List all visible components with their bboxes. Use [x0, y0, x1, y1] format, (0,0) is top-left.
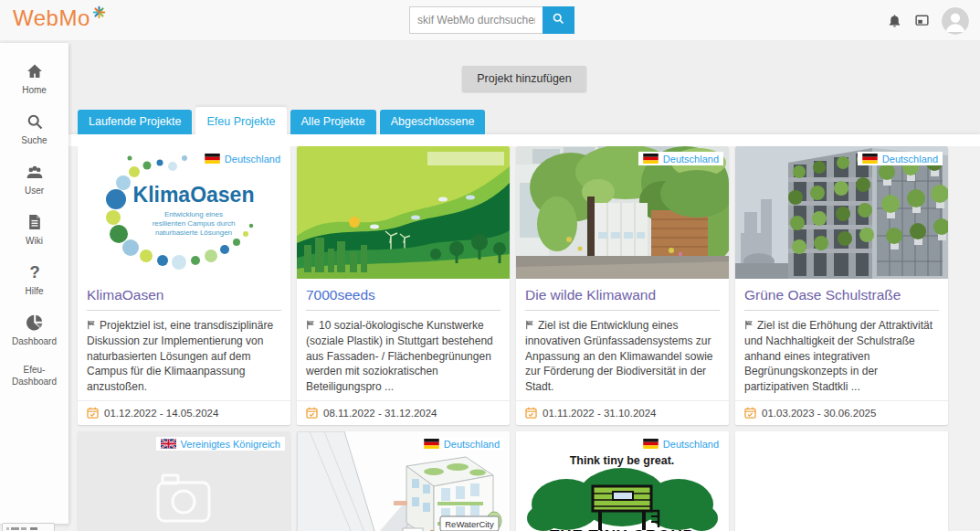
goal-flag-icon: [87, 319, 100, 332]
calendar-icon: [306, 407, 318, 419]
sidebar-nav: Home Suche User Wiki ? Hilfe Dashboard E…: [0, 43, 68, 524]
app-logo[interactable]: WebMo: [13, 6, 107, 30]
svg-text:Think tiny be great.: Think tiny be great.: [570, 454, 675, 467]
sidebar-item-icon: [26, 112, 44, 131]
country-label: Deutschland: [638, 152, 723, 165]
sidebar-item-label: Suche: [21, 134, 47, 146]
project-dates: 01.12.2022 - 14.05.2024: [78, 400, 290, 425]
country-label: Vereinigtes Königreich: [156, 437, 285, 451]
project-description-text: 10 sozial-ökologische Kunstwerke (sozial…: [306, 319, 493, 393]
notifications-bell-icon[interactable]: [887, 13, 902, 28]
project-card-grüne-oase-schulstraße[interactable]: Deutschland Grüne Oase Schulstraße Ziel …: [735, 146, 948, 425]
project-dates-text: 01.11.2022 - 31.10.2024: [543, 408, 656, 419]
main-content: Projekt hinzufügen Laufende ProjekteEfeu…: [68, 41, 980, 531]
display-icon[interactable]: [914, 13, 930, 28]
tab-laufende-projekte[interactable]: Laufende Projekte: [78, 110, 192, 134]
sidebar-item-icon: [26, 313, 44, 332]
sidebar-item-hilfe[interactable]: ? Hilfe: [0, 255, 68, 305]
country-flag-icon: [643, 439, 659, 449]
goal-flag-icon: [525, 319, 538, 332]
project-description-text: Ziel ist die Entwicklung eines innovativ…: [525, 319, 712, 393]
country-flag-icon: [424, 439, 439, 449]
sidebar-item-icon: [26, 213, 44, 231]
country-name: Deutschland: [663, 439, 719, 450]
project-description-text: Ziel ist die Erhöhung der Attraktivität …: [744, 319, 933, 393]
logo-asterisk-icon: [90, 6, 107, 24]
calendar-icon: [87, 407, 99, 419]
sidebar-item-wiki[interactable]: Wiki: [0, 205, 68, 255]
sidebar-item-home[interactable]: Home: [0, 54, 68, 104]
sidebar-item-label: User: [25, 185, 44, 196]
country-label: Deutschland: [200, 152, 285, 165]
sidebar-item-efeu-dashboard[interactable]: Efeu-Dashboard: [0, 356, 68, 396]
country-name: Deutschland: [663, 154, 719, 165]
calendar-icon: [525, 407, 537, 419]
project-dates-text: 01.12.2022 - 14.05.2024: [104, 408, 218, 419]
sidebar-item-icon: [26, 62, 44, 80]
project-image: [516, 146, 729, 279]
project-title-link[interactable]: 7000seeds: [306, 279, 501, 311]
tab-efeu-projekte[interactable]: Efeu Projekte: [195, 107, 286, 134]
country-flag-icon: [643, 154, 659, 164]
project-card[interactable]: Vereinigtes Königreich: [78, 431, 290, 531]
country-flag-icon: [862, 154, 878, 164]
country-flag-icon: [205, 154, 220, 164]
country-label: Deutschland: [638, 437, 723, 451]
project-title-link[interactable]: Grüne Oase Schulstraße: [744, 279, 939, 311]
search-input[interactable]: [409, 6, 543, 34]
country-name: Deutschland: [882, 154, 938, 165]
project-card-body: KlimaOasen Projektziel ist, eine transdi…: [78, 279, 290, 425]
project-title-link[interactable]: KlimaOasen: [87, 279, 281, 311]
project-dates-text: 01.03.2023 - 30.06.2025: [762, 408, 876, 419]
project-description: Ziel ist die Erhöhung der Attraktivität …: [735, 311, 948, 400]
country-label: Deutschland: [419, 437, 504, 451]
sidebar-item-label: Dashboard: [12, 335, 57, 347]
app-logo-text: WebMo: [13, 6, 90, 30]
project-dates: 01.11.2022 - 31.10.2024: [516, 400, 729, 425]
country-flag-icon: [161, 439, 176, 449]
app-header: WebMo: [0, 0, 980, 41]
project-cards-grid: KlimaOasen Entwicklung eines resilienten…: [68, 146, 980, 531]
project-card-7000seeds[interactable]: 7000seeds 10 sozial-ökologische Kunstwer…: [297, 146, 510, 425]
project-title-link[interactable]: Die wilde Klimawand: [525, 279, 720, 311]
svg-text:KlimaOasen: KlimaOasen: [133, 183, 255, 207]
project-image: [297, 146, 510, 279]
project-dates-text: 08.11.2022 - 31.12.2024: [323, 408, 437, 419]
country-label: Deutschland: [858, 152, 943, 165]
goal-flag-icon: [744, 319, 757, 332]
sidebar-item-suche[interactable]: Suche: [0, 104, 68, 154]
project-card-die-wilde-klimawand[interactable]: Deutschland Die wilde Klimawand Ziel ist…: [516, 146, 729, 425]
project-dates: 08.11.2022 - 31.12.2024: [297, 400, 510, 425]
tab-abgeschlossene[interactable]: Abgeschlossene: [380, 110, 486, 134]
project-card-body: Die wilde Klimawand Ziel ist die Entwick…: [516, 279, 729, 425]
project-card[interactable]: ReWaterCity Deutschland: [297, 431, 510, 531]
country-name: Vereinigtes Königreich: [181, 439, 280, 450]
add-project-button[interactable]: Projekt hinzufügen: [462, 66, 586, 91]
project-description: 10 sozial-ökologische Kunstwerke (sozial…: [297, 311, 510, 400]
project-card[interactable]: [735, 431, 948, 531]
project-image: [735, 431, 948, 531]
link-preview-tooltip: [2, 523, 55, 531]
svg-text:ReWaterCity: ReWaterCity: [445, 519, 494, 529]
project-card[interactable]: Think tiny be great. THE TINY GROUP Deut…: [516, 431, 729, 531]
sidebar-item-user[interactable]: User: [0, 154, 68, 205]
sidebar-item-icon: ?: [26, 263, 44, 281]
project-dates: 01.03.2023 - 30.06.2025: [735, 400, 948, 425]
svg-text:resilienten Campus durch: resilienten Campus durch: [153, 219, 236, 228]
user-avatar[interactable]: [942, 7, 969, 35]
project-description: Projektziel ist, eine transdisziplinäre …: [78, 311, 290, 400]
country-label: [427, 152, 504, 165]
sidebar-item-label: Wiki: [26, 235, 43, 247]
sidebar-item-label: Home: [22, 84, 47, 96]
sidebar-item-icon: [26, 163, 44, 181]
sidebar-item-dashboard[interactable]: Dashboard: [0, 305, 68, 356]
project-tabs: Laufende ProjekteEfeu ProjekteAlle Proje…: [68, 91, 980, 134]
project-description: Ziel ist die Entwicklung eines innovativ…: [516, 311, 729, 400]
tab-alle-projekte[interactable]: Alle Projekte: [290, 110, 376, 134]
project-description-text: Projektziel ist, eine transdisziplinäre …: [87, 319, 273, 393]
search-button[interactable]: [543, 6, 574, 34]
project-card-klimaoasen[interactable]: KlimaOasen Entwicklung eines resilienten…: [78, 146, 290, 425]
header-icons: [887, 0, 969, 41]
calendar-icon: [744, 407, 756, 419]
project-card-body: 7000seeds 10 sozial-ökologische Kunstwer…: [297, 279, 510, 425]
